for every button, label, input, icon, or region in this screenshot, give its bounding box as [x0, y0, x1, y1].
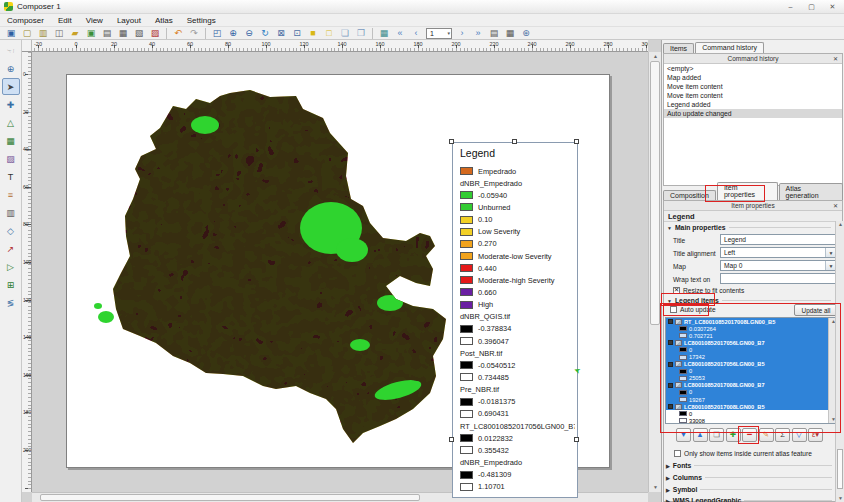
add-label-button[interactable]: T — [2, 168, 20, 185]
add-image-button[interactable]: ▨ — [2, 150, 20, 167]
unlock-items-button[interactable]: □ — [321, 27, 337, 39]
add-legend-button[interactable]: ≡ — [2, 186, 20, 203]
menu-item[interactable]: Edit — [51, 14, 79, 27]
item-visibility-checkbox[interactable] — [668, 404, 673, 409]
command-history-entry[interactable]: Auto update changed — [664, 109, 842, 118]
selection-handle[interactable] — [449, 437, 454, 442]
add-arrow-button[interactable]: ↗ — [2, 240, 20, 257]
export-svg-button[interactable]: ▧ — [131, 27, 147, 39]
legend-item-row[interactable]: LC80010852017008LGN00_B5 — [666, 403, 828, 410]
resize-to-fit-checkbox[interactable]: ✕ Resize to fit contents — [673, 287, 744, 294]
zoom-full-button[interactable]: ◰ — [209, 27, 225, 39]
save-template-button[interactable]: ▣ — [83, 27, 99, 39]
legend-item-row[interactable]: 0 — [666, 368, 828, 375]
item-visibility-checkbox[interactable] — [668, 362, 673, 367]
collapsed-group-header[interactable]: ▶ Columns — [666, 474, 832, 481]
legend-item-row[interactable]: 0.0307264 — [666, 325, 828, 332]
auto-update-checkbox[interactable]: Auto update — [670, 306, 716, 313]
refresh-view-button[interactable]: ↻ — [257, 27, 273, 39]
next-feature-button[interactable]: › — [454, 27, 470, 39]
first-feature-button[interactable]: « — [392, 27, 408, 39]
add-item-button[interactable]: ✚ — [726, 428, 741, 442]
title-input[interactable]: Legend — [720, 234, 837, 245]
redo-button[interactable]: ↷ — [186, 27, 202, 39]
export-image-button[interactable]: ▦ — [115, 27, 131, 39]
map-select[interactable]: Map 0 ▼ — [720, 260, 837, 271]
minimize-button[interactable]: – — [781, 1, 800, 12]
canvas-vertical-scrollbar[interactable]: ▲ ▼ — [648, 52, 661, 492]
zoom-actual-button[interactable]: ⊠ — [273, 27, 289, 39]
legend-item-row[interactable]: 19267 — [666, 396, 828, 403]
dock-tab[interactable]: Command history — [695, 42, 764, 53]
dock-tab[interactable]: Atlas generation — [779, 183, 843, 200]
atlas-feature-spinbox[interactable]: 1 ▾ — [426, 28, 452, 39]
menu-item[interactable]: Settings — [180, 14, 223, 27]
save-project-button[interactable]: ▣ — [3, 27, 19, 39]
selection-handle[interactable] — [574, 139, 579, 144]
raise-items-button[interactable]: ❏ — [337, 27, 353, 39]
item-visibility-checkbox[interactable] — [668, 340, 673, 345]
command-history-entry[interactable]: Move item content — [664, 82, 842, 91]
count-features-button[interactable]: Σ — [775, 428, 790, 442]
menu-item[interactable]: View — [79, 14, 110, 27]
collapsed-group-header[interactable]: ▶ WMS LegendGraphic — [666, 497, 832, 502]
legend-item-row[interactable]: 0.702721 — [666, 332, 828, 339]
atlas-settings-button[interactable]: ⊛ — [518, 27, 534, 39]
move-item-content-button[interactable]: ✚ — [2, 96, 20, 113]
export-pdf-button[interactable]: ▨ — [147, 27, 163, 39]
checkbox-unchecked-icon[interactable] — [674, 450, 681, 457]
legend-item-row[interactable]: 0 — [666, 410, 828, 417]
scrollbar-thumb[interactable] — [40, 494, 420, 501]
remove-item-button[interactable]: ━ — [742, 428, 757, 442]
selection-handle[interactable] — [574, 437, 579, 442]
dock-tab[interactable]: Composition — [663, 190, 716, 200]
legend-items-group[interactable]: ▼ Legend items — [667, 297, 831, 304]
previous-feature-button[interactable]: ‹ — [408, 27, 424, 39]
zoom-in-button[interactable]: ⊕ — [225, 27, 241, 39]
new-composer-button[interactable]: ▢ — [19, 27, 35, 39]
select-none-button[interactable]: ⊡ — [289, 27, 305, 39]
add-group-button[interactable]: ❏ — [709, 428, 724, 442]
close-panel-button[interactable]: ✕ — [831, 55, 840, 63]
scrollbar-thumb[interactable] — [650, 61, 660, 325]
add-map-button[interactable]: ▦ — [2, 132, 20, 149]
legend-item-row[interactable]: RT_LC80010852017008LGN00_B5 — [666, 318, 828, 325]
filter-expression-button[interactable]: ε▾ — [808, 428, 823, 442]
legend-item-row[interactable]: LC80010852017008LGN00_B7 — [666, 382, 828, 389]
dock-tab[interactable]: Item properties — [717, 182, 778, 200]
print-atlas-button[interactable]: ▤ — [486, 27, 502, 39]
composer-manager-button[interactable]: ◫ — [51, 27, 67, 39]
title-alignment-select[interactable]: Left ▼ — [720, 247, 837, 258]
add-table-button[interactable]: ⊞ — [2, 276, 20, 293]
last-feature-button[interactable]: » — [470, 27, 486, 39]
checkbox-checked-icon[interactable]: ✕ — [673, 287, 680, 294]
close-button[interactable]: ✕ — [823, 1, 842, 12]
zoom-out-button[interactable]: ⊖ — [241, 27, 257, 39]
close-panel-button[interactable]: ✕ — [831, 202, 840, 210]
menu-item[interactable]: Layout — [110, 14, 148, 27]
print-button[interactable]: ▤ — [99, 27, 115, 39]
restore-button[interactable]: ▢ — [802, 1, 821, 12]
load-template-button[interactable]: ▰ — [67, 27, 83, 39]
collapsed-group-header[interactable]: ▶ Fonts — [666, 462, 832, 469]
scrollbar-thumb[interactable] — [837, 449, 843, 489]
add-shape-button[interactable]: ◇ — [2, 222, 20, 239]
dock-tab[interactable]: Items — [663, 43, 694, 53]
export-atlas-button[interactable]: ▦ — [502, 27, 518, 39]
legend-item-row[interactable]: LC80010852017056LGN00_B7 — [666, 339, 828, 346]
menu-item[interactable]: Atlas — [148, 14, 180, 27]
spinbox-caret-icon[interactable]: ▾ — [447, 30, 450, 36]
duplicate-composer-button[interactable]: ▥ — [35, 27, 51, 39]
add-html-button[interactable]: ≶ — [2, 294, 20, 311]
panel-scrollbar[interactable]: ▲ ▼ — [835, 221, 844, 502]
selection-handle[interactable] — [512, 139, 517, 144]
preview-atlas-button[interactable]: ▦ — [376, 27, 392, 39]
only-show-atlas-checkbox[interactable]: Only show items inside current atlas fea… — [674, 450, 812, 457]
update-all-button[interactable]: Update all — [794, 304, 838, 316]
legend-item-row[interactable]: 25053 — [666, 375, 828, 382]
legend-item-row[interactable]: 0 — [666, 389, 828, 396]
legend-item[interactable]: Legend Empedrado dNBR_Empedrado -0.05940… — [452, 142, 578, 498]
lock-items-button[interactable]: ■ — [305, 27, 321, 39]
add-node-item-button[interactable]: ▷ — [2, 258, 20, 275]
select-move-item-button[interactable]: ➤ — [2, 78, 20, 95]
